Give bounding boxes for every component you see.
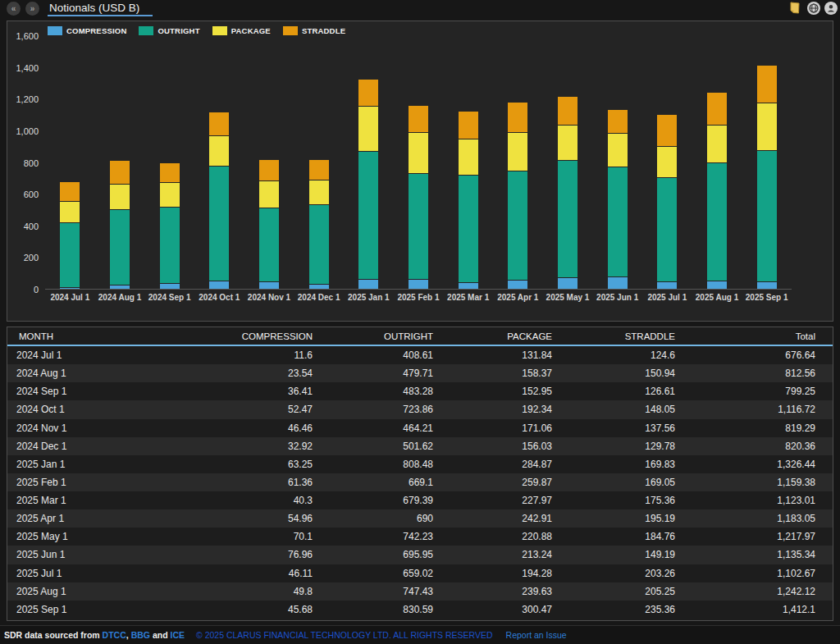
column-header-month[interactable]: MONTH <box>7 331 186 341</box>
bar-segment-package[interactable] <box>160 182 180 207</box>
bar-segment-package[interactable] <box>110 184 130 209</box>
tab-notionals[interactable]: Notionals (USD B) <box>49 2 139 14</box>
bar-segment-package[interactable] <box>459 139 478 175</box>
skip-forward-button[interactable]: » <box>25 2 39 16</box>
bar-segment-outright[interactable] <box>558 160 578 277</box>
bar-segment-straddle[interactable] <box>657 114 677 146</box>
bar-segment-package[interactable] <box>60 201 80 222</box>
bar-2025-apr-1[interactable] <box>508 102 527 289</box>
bar-segment-compression[interactable] <box>110 285 130 289</box>
table-row-2025-jan-1[interactable]: 2025 Jan 163.25808.48284.87169.831,326.4… <box>7 455 833 473</box>
notes-icon[interactable] <box>788 2 801 15</box>
bar-segment-outright[interactable] <box>209 166 229 281</box>
column-header-package[interactable]: PACKAGE <box>433 331 552 341</box>
bar-segment-outright[interactable] <box>657 177 677 281</box>
bar-2024-jul-1[interactable] <box>60 181 80 289</box>
bar-segment-package[interactable] <box>707 125 727 162</box>
table-row-2024-nov-1[interactable]: 2024 Nov 146.46464.21171.06137.56819.29 <box>7 419 833 437</box>
table-row-2025-aug-1[interactable]: 2025 Aug 149.8747.43239.63205.251,242.12 <box>7 582 833 601</box>
bar-segment-outright[interactable] <box>110 209 130 285</box>
legend-item-compression[interactable]: COMPRESSION <box>48 26 126 35</box>
bar-segment-package[interactable] <box>757 103 777 150</box>
bar-segment-straddle[interactable] <box>160 162 180 182</box>
bar-segment-outright[interactable] <box>707 162 727 281</box>
bar-segment-package[interactable] <box>309 180 329 204</box>
bar-segment-package[interactable] <box>608 133 628 167</box>
bar-segment-package[interactable] <box>657 146 677 177</box>
table-row-2024-jul-1[interactable]: 2024 Jul 111.6408.61131.84124.6676.64 <box>7 346 833 364</box>
bar-2024-oct-1[interactable] <box>209 112 229 289</box>
link-ice[interactable]: ICE <box>170 630 185 640</box>
table-row-2025-feb-1[interactable]: 2025 Feb 161.36669.1259.87169.051,159.38 <box>7 473 833 491</box>
column-header-total[interactable]: Total <box>675 331 833 341</box>
bar-segment-package[interactable] <box>358 106 378 151</box>
table-row-2025-jun-1[interactable]: 2025 Jun 176.96695.95213.24149.191,135.3… <box>7 546 833 564</box>
bar-segment-compression[interactable] <box>508 280 527 289</box>
column-header-outright[interactable]: OUTRIGHT <box>313 331 433 341</box>
bar-2024-dec-1[interactable] <box>309 159 329 289</box>
bar-2025-jun-1[interactable] <box>608 109 628 289</box>
bar-segment-package[interactable] <box>259 180 279 208</box>
bar-2025-feb-1[interactable] <box>409 105 428 289</box>
legend-item-straddle[interactable]: STRADDLE <box>283 26 345 35</box>
bar-2024-sep-1[interactable] <box>160 162 180 289</box>
table-row-2025-apr-1[interactable]: 2025 Apr 154.96690242.91195.191,183.05 <box>7 509 833 528</box>
globe-icon[interactable] <box>807 2 820 15</box>
bar-segment-package[interactable] <box>209 135 229 166</box>
bar-segment-outright[interactable] <box>508 171 527 280</box>
bar-segment-straddle[interactable] <box>110 160 130 184</box>
bar-segment-package[interactable] <box>558 125 578 160</box>
link-bbg[interactable]: BBG <box>131 630 150 640</box>
bar-2025-may-1[interactable] <box>558 96 578 289</box>
bar-segment-straddle[interactable] <box>209 112 229 135</box>
bar-2024-nov-1[interactable] <box>259 159 279 289</box>
bar-2025-sep-1[interactable] <box>757 65 777 289</box>
table-row-2024-oct-1[interactable]: 2024 Oct 152.47723.86192.34148.051,116.7… <box>7 400 833 418</box>
bar-segment-straddle[interactable] <box>707 92 727 125</box>
table-row-2024-aug-1[interactable]: 2024 Aug 123.54479.71158.37150.94812.56 <box>7 364 833 382</box>
skip-back-button[interactable]: « <box>7 2 21 16</box>
bar-segment-outright[interactable] <box>259 208 279 281</box>
bar-segment-compression[interactable] <box>657 281 677 289</box>
legend-item-package[interactable]: PACKAGE <box>212 26 271 35</box>
legend-item-outright[interactable]: OUTRIGHT <box>139 26 199 35</box>
bar-segment-package[interactable] <box>409 132 428 173</box>
bar-2024-aug-1[interactable] <box>110 160 130 289</box>
bar-2025-jul-1[interactable] <box>657 114 677 289</box>
table-row-2025-sep-1[interactable]: 2025 Sep 145.68830.59300.47235.361,412.1 <box>7 601 833 619</box>
bar-segment-outright[interactable] <box>409 173 428 279</box>
bar-segment-straddle[interactable] <box>259 159 279 181</box>
bar-segment-straddle[interactable] <box>459 111 478 139</box>
bar-segment-straddle[interactable] <box>60 181 80 201</box>
bar-2025-jan-1[interactable] <box>358 79 378 289</box>
bar-segment-straddle[interactable] <box>558 96 578 126</box>
bar-segment-compression[interactable] <box>160 283 180 289</box>
bar-segment-outright[interactable] <box>608 167 628 276</box>
bar-segment-outright[interactable] <box>757 150 777 281</box>
bar-segment-straddle[interactable] <box>508 102 527 133</box>
bar-segment-compression[interactable] <box>558 277 578 289</box>
bar-segment-straddle[interactable] <box>309 159 329 180</box>
bar-segment-straddle[interactable] <box>409 105 428 132</box>
table-row-2025-may-1[interactable]: 2025 May 170.1742.23220.88184.761,217.97 <box>7 528 833 546</box>
bar-segment-compression[interactable] <box>757 281 777 289</box>
bar-segment-outright[interactable] <box>60 222 80 287</box>
bar-segment-outright[interactable] <box>358 151 378 279</box>
bar-segment-outright[interactable] <box>309 204 329 284</box>
report-issue-link[interactable]: Report an Issue <box>506 630 567 640</box>
bar-segment-compression[interactable] <box>60 287 80 289</box>
table-row-2024-dec-1[interactable]: 2024 Dec 132.92501.62156.03129.78820.36 <box>7 437 833 455</box>
bar-segment-compression[interactable] <box>358 279 378 289</box>
column-header-straddle[interactable]: STRADDLE <box>552 331 675 341</box>
table-row-2025-mar-1[interactable]: 2025 Mar 140.3679.39227.97175.361,123.01 <box>7 491 833 509</box>
bar-segment-compression[interactable] <box>608 276 628 289</box>
bar-segment-outright[interactable] <box>160 207 180 283</box>
bar-segment-straddle[interactable] <box>358 79 378 106</box>
link-dtcc[interactable]: DTCC <box>103 630 126 640</box>
bar-segment-package[interactable] <box>508 132 527 171</box>
bar-segment-compression[interactable] <box>209 281 229 289</box>
bar-segment-straddle[interactable] <box>757 65 777 102</box>
bar-segment-outright[interactable] <box>459 175 478 282</box>
bar-2025-aug-1[interactable] <box>707 92 727 289</box>
bar-segment-compression[interactable] <box>309 284 329 289</box>
